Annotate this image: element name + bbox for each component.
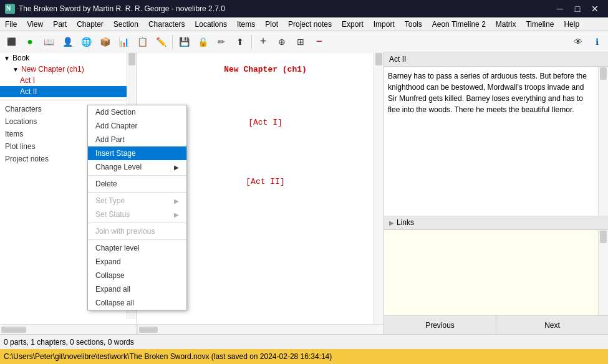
links-triangle: ▶ [389,219,394,226]
ctx-delete-label: Delete [95,180,117,188]
ctx-insert-stage[interactable]: Insert Stage [88,146,186,160]
menu-export[interactable]: Export [337,17,369,31]
ctx-add-chapter[interactable]: Add Chapter [88,119,186,133]
toolbar-btn-notes[interactable]: 📋 [133,33,151,50]
ctx-join-previous-label: Join with previous [95,227,155,236]
toolbar-btn-plot[interactable]: 📊 [115,33,132,50]
ctx-sep-3 [88,223,186,223]
menu-tools[interactable]: Tools [400,17,427,31]
book-label: Book [12,54,29,62]
right-bottom-scrollbar[interactable] [598,230,608,315]
ctx-collapse[interactable]: Collapse [88,269,186,282]
ctx-change-level-arrow: ▶ [174,164,179,171]
ctx-sep-2 [88,192,186,193]
menu-file[interactable]: File [0,17,22,31]
menu-plot[interactable]: Plot [260,17,283,31]
minimize-button[interactable]: ─ [552,2,568,15]
toolbar-btn-up[interactable]: ⬆ [231,33,249,50]
content-hscroll[interactable] [137,324,384,334]
previous-button[interactable]: Previous [384,316,496,334]
right-top-scrollbar[interactable] [598,67,608,216]
menu-characters[interactable]: Characters [143,17,190,31]
ctx-chapter-level-label: Chapter level [95,244,140,252]
ctx-collapse-all[interactable]: Collapse all [88,296,186,310]
toolbar-btn-add3[interactable]: ⊞ [292,33,309,50]
act1-label: Act I [20,76,35,85]
menu-project-notes[interactable]: Project notes [283,17,337,31]
ctx-set-status: Set Status ▶ [88,208,186,221]
ctx-add-part[interactable]: Add Part [88,133,186,146]
menubar: File View Part Chapter Section Character… [0,17,608,31]
toolbar-btn-1[interactable]: ⬛ [2,33,20,50]
toolbar-btn-pencil[interactable]: ✏ [213,33,230,50]
toolbar-sep-1 [172,35,173,49]
ctx-expand-label: Expand [95,257,121,266]
act1-content-heading: [Act I] [162,118,369,127]
tree-item-book[interactable]: ▼ Book [0,52,127,64]
menu-section[interactable]: Section [109,17,143,31]
ctx-change-level-label: Change Level [95,163,142,171]
menu-help[interactable]: Help [559,17,584,31]
right-top-section: Act II Barney has to pass a series of ar… [384,52,608,216]
ctx-collapse-all-label: Collapse all [95,299,134,307]
right-bottom-content-row [384,230,608,315]
toolbar-btn-remove[interactable]: − [311,33,328,50]
right-top-content: Barney has to pass a series of arduous t… [384,67,598,216]
tree-item-act2[interactable]: Act II [0,86,127,97]
menu-chapter[interactable]: Chapter [72,17,109,31]
toolbar-btn-world[interactable]: 🌐 [77,33,95,50]
right-top-title: Act II [389,55,406,64]
ctx-expand-all-label: Expand all [95,285,130,294]
toolbar-btn-char[interactable]: 👤 [59,33,76,50]
toolbar-btn-save[interactable]: 💾 [175,33,193,50]
main-area: ▼ Book ▼ New Chapter (ch1) Act I Act II [0,52,608,334]
toolbar-btn-book[interactable]: 📖 [40,33,57,50]
menu-aeon[interactable]: Aeon Timeline 2 [427,17,491,31]
toolbar-btn-2[interactable]: ● [21,33,39,50]
ctx-expand[interactable]: Expand [88,255,186,269]
menu-import[interactable]: Import [369,17,400,31]
toolbar-btn-info[interactable]: ℹ [588,33,606,50]
toolbar: ⬛ ● 📖 👤 🌐 📦 📊 📋 ✏️ 💾 🔒 ✏ ⬆ + ⊕ ⊞ − 👁 ℹ [0,31,608,52]
ctx-expand-all[interactable]: Expand all [88,282,186,296]
path-text: C:\Users\Peter\git\novelibre\test\work\T… [4,352,332,361]
sidebar-separator [0,100,137,100]
ctx-collapse-label: Collapse [95,271,125,280]
right-bottom-content [384,230,598,315]
ctx-set-status-label: Set Status [95,210,130,219]
ctx-delete[interactable]: Delete [88,177,186,191]
sidebar-hscroll[interactable] [0,324,137,334]
ctx-chapter-level[interactable]: Chapter level [88,241,186,255]
ctx-set-type-arrow: ▶ [174,198,179,204]
tree-item-act1[interactable]: Act I [0,75,127,86]
menu-matrix[interactable]: Matrix [491,17,521,31]
maximize-button[interactable]: □ [569,2,586,15]
right-top-text: Barney has to pass a series of arduous t… [388,72,587,114]
next-button[interactable]: Next [496,316,608,334]
toolbar-btn-add2[interactable]: ⊕ [273,33,291,50]
toolbar-btn-edit[interactable]: ✏️ [152,33,170,50]
nav-buttons: Previous Next [384,315,608,334]
toolbar-btn-add1[interactable]: + [254,33,272,50]
ctx-set-type: Set Type ▶ [88,194,186,208]
close-button[interactable]: ✕ [587,2,603,15]
menu-timeline[interactable]: Timeline [521,17,559,31]
menu-view[interactable]: View [22,17,48,31]
toolbar-btn-view[interactable]: 👁 [569,33,587,50]
menu-locations[interactable]: Locations [190,17,232,31]
tree-toggle-book[interactable]: ▼ [2,54,11,62]
statusbar: 0 parts, 1 chapters, 0 sections, 0 words [0,334,608,349]
chapter-heading: New Chapter (ch1) [162,65,369,74]
ctx-add-section[interactable]: Add Section [88,105,186,119]
right-bottom-title: Links [397,218,414,227]
toolbar-sep-2 [251,35,252,49]
tree-toggle-chapter[interactable]: ▼ [11,65,20,74]
toolbar-btn-items[interactable]: 📦 [96,33,113,50]
menu-items[interactable]: Items [232,17,260,31]
ctx-change-level[interactable]: Change Level ▶ [88,160,186,174]
menu-part[interactable]: Part [48,17,72,31]
ctx-set-type-label: Set Type [95,196,125,205]
toolbar-btn-lock[interactable]: 🔒 [194,33,211,50]
tree-item-chapter[interactable]: ▼ New Chapter (ch1) [0,64,127,75]
right-top-header: Act II [384,52,608,67]
